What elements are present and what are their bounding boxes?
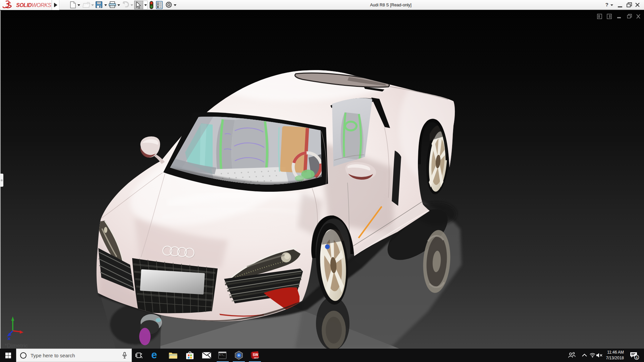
svg-text:2017: 2017	[254, 357, 259, 359]
svg-text:SW: SW	[253, 353, 259, 357]
svg-text:4: 4	[636, 356, 638, 360]
svg-text:C:\_: C:\_	[219, 354, 225, 356]
